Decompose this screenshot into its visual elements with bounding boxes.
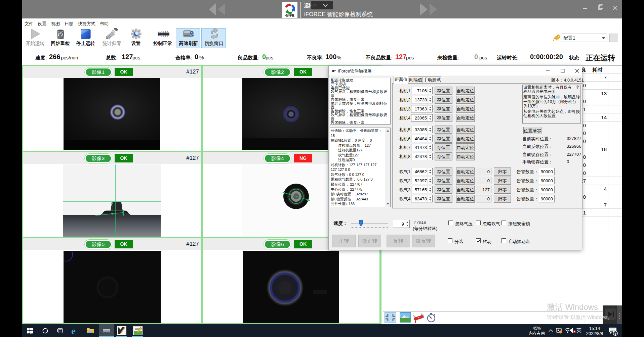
svg-text:5: 5: [614, 332, 616, 335]
svg-text:创科视: 创科视: [285, 14, 295, 17]
